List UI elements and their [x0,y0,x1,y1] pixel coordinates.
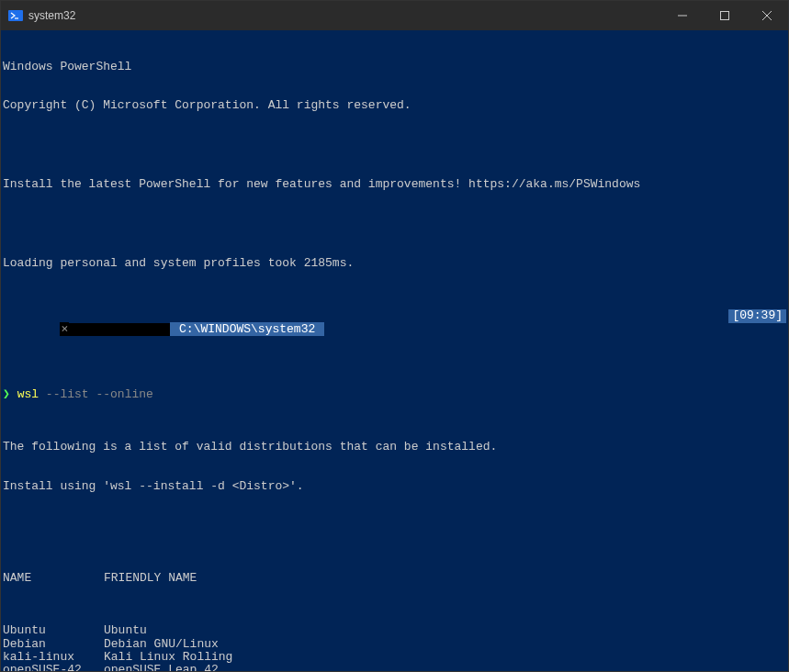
distro-name: Ubuntu [3,624,104,637]
titlebar[interactable]: system32 [1,1,788,30]
svg-rect-3 [721,12,729,20]
minimize-button[interactable] [661,1,704,30]
command-args: --list --online [39,387,153,401]
powershell-icon [8,8,23,23]
prompt-time: [09:39] [728,309,786,322]
prompt-arrow-icon: ❯ [3,387,17,401]
distro-friendly: openSUSE Leap 42 [104,663,219,671]
prompt-row: ⨯ C:\WINDOWS\system32 [09:39] [3,309,786,349]
output-line: The following is a list of valid distrib… [3,441,786,454]
close-button[interactable] [746,1,788,30]
install-hint: Install the latest PowerShell for new fe… [3,178,786,191]
banner-line: Windows PowerShell [3,61,786,73]
command-name: wsl [17,387,39,401]
distro-friendly: Kali Linux Rolling [104,650,232,664]
terminal-body[interactable]: Windows PowerShell Copyright (C) Microso… [1,30,788,671]
blank-line [3,139,786,151]
distro-name: Debian [3,638,104,651]
distro-name: openSUSE-42 [3,664,104,671]
window-title: system32 [28,9,75,22]
distro-list: UbuntuUbuntuDebianDebian GNU/Linuxkali-l… [3,624,786,671]
window-controls [661,1,788,30]
distro-friendly: Debian GNU/Linux [104,637,219,651]
prompt-path: C:\WINDOWS\system32 [170,322,324,336]
distro-row: openSUSE-42openSUSE Leap 42 [3,664,786,671]
command-line: ❯ wsl --list --online [3,388,786,401]
distro-row: DebianDebian GNU/Linux [3,638,786,651]
blank-line [3,520,786,532]
banner-line: Copyright (C) Microsoft Corporation. All… [3,99,786,112]
window: system32 Windows PowerShell Copyright (C… [0,0,789,672]
distro-row: kali-linuxKali Linux Rolling [3,651,786,664]
distro-header: NAMEFRIENDLY NAME [3,572,786,585]
maximize-button[interactable] [704,1,746,30]
distro-row: UbuntuUbuntu [3,624,786,637]
distro-name: kali-linux [3,651,104,664]
distro-friendly: Ubuntu [104,623,147,637]
profile-load-line: Loading personal and system profiles too… [3,257,786,270]
prompt-status-icon: ⨯ [60,322,69,336]
header-name: NAME [3,572,104,585]
blank-line [3,218,786,230]
output-line: Install using 'wsl --install -d <Distro>… [3,480,786,493]
header-friendly: FRIENDLY NAME [104,571,197,585]
redacted-user [69,323,170,336]
